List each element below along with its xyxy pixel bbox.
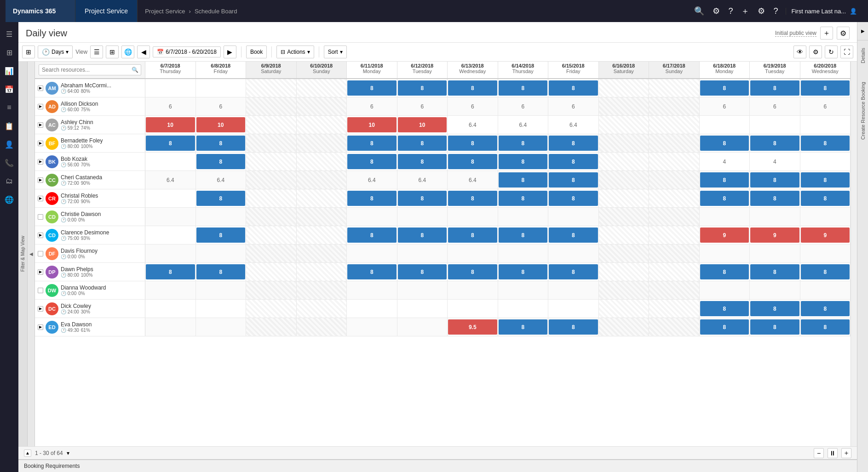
list-icon[interactable]: ≡ [1, 99, 17, 116]
collapse-button[interactable]: ▲ [24, 449, 31, 457]
cell-11-9[interactable] [599, 281, 650, 299]
booking-block-10-8[interactable]: 8 [549, 264, 598, 279]
cell-8-2[interactable] [246, 226, 297, 244]
cell-2-4[interactable]: 10 [347, 116, 397, 134]
cell-3-9[interactable] [599, 134, 650, 152]
cell-3-12[interactable]: 8 [750, 134, 800, 152]
cell-11-1[interactable] [196, 281, 247, 299]
expand-btn-12[interactable]: ▶ [38, 306, 43, 312]
booking-block-10-6[interactable]: 8 [448, 264, 497, 279]
cell-1-1[interactable]: 6 [196, 97, 247, 115]
cell-2-0[interactable]: 10 [145, 116, 196, 134]
cell-13-5[interactable] [397, 318, 448, 336]
person-icon[interactable]: 👤 [1, 136, 17, 153]
cell-6-2[interactable] [246, 189, 297, 207]
cell-12-4[interactable] [347, 300, 397, 318]
cell-8-11[interactable]: 9 [700, 226, 750, 244]
cell-11-5[interactable] [397, 281, 448, 299]
cell-13-2[interactable] [246, 318, 297, 336]
resource-icon[interactable]: 🗂 [1, 173, 17, 189]
expand-btn-13[interactable]: ▶ [38, 324, 43, 330]
cell-3-6[interactable]: 8 [448, 134, 498, 152]
cell-9-0[interactable] [145, 245, 196, 262]
cell-9-4[interactable] [347, 245, 397, 262]
next-date-button[interactable]: ▶ [224, 45, 236, 58]
cell-2-5[interactable]: 10 [397, 116, 448, 134]
cell-11-13[interactable] [800, 281, 851, 299]
booking-block-13-11[interactable]: 8 [700, 319, 749, 335]
cell-7-4[interactable] [347, 208, 397, 226]
booking-block-3-13[interactable]: 8 [801, 136, 850, 151]
cell-9-1[interactable] [196, 245, 247, 262]
booking-block-3-12[interactable]: 8 [750, 136, 799, 151]
expand-btn-6[interactable]: ▶ [38, 196, 43, 201]
booking-block-6-12[interactable]: 8 [750, 191, 799, 206]
cell-13-3[interactable] [297, 318, 347, 336]
cell-6-3[interactable] [297, 189, 347, 207]
initial-public-view-link[interactable]: Initial public view [775, 30, 816, 37]
cell-7-2[interactable] [246, 208, 297, 226]
expand-btn-7[interactable] [38, 214, 43, 220]
cell-6-4[interactable]: 8 [347, 189, 397, 207]
cell-6-8[interactable]: 8 [548, 189, 599, 207]
cell-12-3[interactable] [297, 300, 347, 318]
calendar-icon[interactable]: 📅 [1, 81, 17, 97]
cell-11-7[interactable] [498, 281, 549, 299]
booking-block-4-5[interactable]: 8 [398, 154, 447, 169]
cell-0-0[interactable] [145, 79, 196, 97]
cell-2-7[interactable]: 6.4 [498, 116, 549, 134]
cell-7-9[interactable] [599, 208, 650, 226]
cell-7-11[interactable] [700, 208, 750, 226]
booking-block-3-0[interactable]: 8 [146, 136, 195, 151]
overbooked-block-8-12[interactable]: 9 [750, 227, 799, 243]
cell-10-7[interactable]: 8 [498, 263, 549, 281]
booking-block-0-13[interactable]: 8 [801, 80, 850, 96]
cell-12-0[interactable] [145, 300, 196, 318]
cell-2-2[interactable] [246, 116, 297, 134]
cell-2-8[interactable]: 6.4 [548, 116, 599, 134]
booking-block-4-7[interactable]: 8 [499, 154, 548, 169]
cell-0-4[interactable]: 8 [347, 79, 397, 97]
cell-1-7[interactable]: 6 [498, 97, 549, 115]
booking-block-6-11[interactable]: 8 [700, 191, 749, 206]
cell-10-5[interactable]: 8 [397, 263, 448, 281]
cell-12-9[interactable] [599, 300, 650, 318]
cell-9-9[interactable] [599, 245, 650, 262]
cell-7-12[interactable] [750, 208, 800, 226]
cell-4-7[interactable]: 8 [498, 153, 549, 171]
booking-block-10-4[interactable]: 8 [347, 264, 397, 279]
cell-11-11[interactable] [700, 281, 750, 299]
booking-block-10-0[interactable]: 8 [146, 264, 195, 279]
cell-9-2[interactable] [246, 245, 297, 262]
globe-icon[interactable]: 🌐 [1, 191, 17, 208]
booking-block-0-11[interactable]: 8 [700, 80, 749, 96]
gear-icon[interactable]: ⚙ [758, 6, 765, 16]
cell-12-2[interactable] [246, 300, 297, 318]
cell-8-5[interactable]: 8 [397, 226, 448, 244]
cell-12-7[interactable] [498, 300, 549, 318]
cell-9-6[interactable] [448, 245, 498, 262]
cell-1-0[interactable]: 6 [145, 97, 196, 115]
cell-6-6[interactable]: 8 [448, 189, 498, 207]
cell-10-1[interactable]: 8 [196, 263, 247, 281]
booking-block-13-13[interactable]: 8 [801, 319, 850, 335]
booking-block-3-6[interactable]: 8 [448, 136, 497, 151]
cell-13-4[interactable] [347, 318, 397, 336]
cell-6-13[interactable]: 8 [800, 189, 851, 207]
prev-date-button[interactable]: ◀ [137, 45, 150, 58]
breadcrumb-2[interactable]: Schedule Board [195, 8, 237, 15]
expand-btn-11[interactable] [38, 288, 43, 293]
cell-2-11[interactable] [700, 116, 750, 134]
overbooked-block-2-4[interactable]: 10 [347, 117, 397, 132]
cell-2-6[interactable]: 6.4 [448, 116, 498, 134]
cell-3-0[interactable]: 8 [145, 134, 196, 152]
cell-13-9[interactable] [599, 318, 650, 336]
cell-10-2[interactable] [246, 263, 297, 281]
booking-block-0-12[interactable]: 8 [750, 80, 799, 96]
cell-12-12[interactable]: 8 [750, 300, 800, 318]
cell-4-13[interactable] [800, 153, 851, 171]
booking-block-5-13[interactable]: 8 [801, 172, 850, 188]
cell-0-3[interactable] [297, 79, 347, 97]
zoom-in-button[interactable]: ＋ [841, 448, 851, 458]
menu-icon[interactable]: ☰ [1, 26, 17, 42]
